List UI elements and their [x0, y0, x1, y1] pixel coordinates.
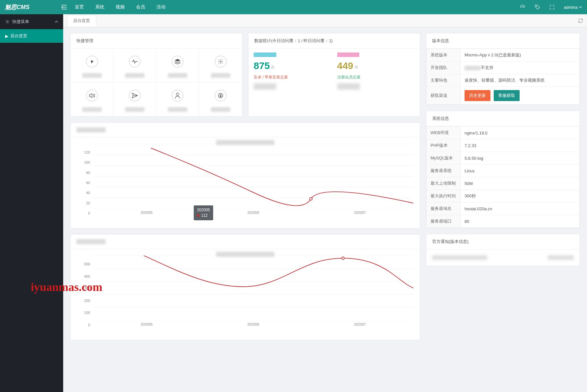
table-row: MySQL版本5.6.50-log — [427, 152, 580, 165]
chevron-down-icon — [579, 6, 582, 9]
fullscreen-icon[interactable] — [549, 5, 555, 10]
history-update-button[interactable]: 历史更新 — [465, 90, 490, 101]
chart-title-blur — [76, 239, 106, 244]
card-chart-2: 0100200300400500 202005202006202007 — [70, 234, 420, 340]
layers-icon — [172, 56, 183, 67]
card-quick-manage: 快捷管理 — [70, 33, 242, 117]
table-row: 最大执行时间300秒 — [427, 190, 580, 202]
card-chart-1: 020406080100120 202005202006202007 20200… — [70, 122, 420, 228]
stat-bar — [254, 52, 276, 57]
sidebar-group-quick[interactable]: 快捷菜单 — [0, 14, 63, 29]
card-title: 系统信息 — [426, 111, 580, 126]
table-row: 服务器端口80 — [427, 215, 580, 228]
stat-members: 449台 注册会员总量 — [337, 52, 415, 90]
stat-bar — [337, 52, 359, 57]
play-icon — [86, 56, 98, 67]
nav-activity[interactable]: 活动 — [156, 4, 166, 10]
quick-item-6[interactable] — [113, 83, 156, 116]
card-stats: 数据统计(今日访问量：1 / 昨日访问量：1) 875台 安卓 / 苹果安装总量… — [248, 33, 420, 117]
card-title: 版本信息 — [426, 33, 580, 49]
tab-dashboard[interactable]: 后台首页 — [67, 15, 96, 27]
quick-item-2[interactable] — [113, 49, 156, 83]
svg-point-2 — [220, 61, 222, 63]
table-row: PHP版本7.2.33 — [427, 139, 580, 152]
chart-plot — [93, 144, 413, 209]
chart-title-blur — [76, 127, 106, 133]
quick-item-3[interactable] — [156, 49, 199, 83]
chart-y-axis: 020406080100120 — [80, 150, 90, 215]
speaker-icon — [86, 90, 98, 101]
chart-x-axis: 202005202006202007 — [93, 322, 413, 326]
stat-installs: 875台 安卓 / 苹果安装总量 — [254, 52, 331, 90]
table-row: 最大上传限制50M — [427, 177, 580, 190]
user-icon — [172, 90, 183, 101]
sidebar: 快捷菜单 ▶ 后台首页 — [0, 14, 63, 392]
quick-item-1[interactable] — [71, 49, 113, 83]
quick-item-5[interactable] — [71, 83, 113, 116]
svg-point-12 — [310, 198, 312, 200]
play-marker-icon: ▶ — [5, 34, 8, 39]
table-row: 服务器系统Linux — [427, 165, 580, 177]
card-notice: 官方通知(版本信息) — [426, 234, 580, 266]
pulse-icon — [129, 56, 141, 67]
dashboard-icon[interactable] — [520, 4, 525, 10]
refresh-icon[interactable] — [578, 18, 583, 23]
username: admina — [564, 5, 578, 10]
nav-home[interactable]: 首页 — [75, 4, 84, 10]
chart-plot — [93, 256, 413, 320]
nav-member[interactable]: 会员 — [136, 4, 145, 10]
card-title: 数据统计(今日访问量：1 / 昨日访问量：1) — [248, 33, 420, 49]
tab-bar: 后台首页 — [63, 14, 587, 27]
chart-tooltip: 202005 112 — [194, 205, 213, 220]
yen-icon — [215, 90, 226, 101]
brand-logo: 魅思CMS — [5, 3, 62, 11]
user-menu[interactable]: admina — [564, 5, 582, 10]
card-title: 快捷管理 — [71, 33, 242, 49]
card-title: 官方通知(版本信息) — [426, 234, 580, 249]
chart-y-axis: 0100200300400500 — [80, 262, 90, 327]
topbar: 魅思CMS 首页 系统 视频 会员 活动 admina — [0, 0, 587, 14]
gear-icon — [5, 19, 10, 24]
svg-point-19 — [342, 257, 344, 259]
svg-point-3 — [176, 93, 179, 96]
notice-item[interactable] — [432, 254, 574, 261]
svg-point-0 — [536, 6, 537, 6]
customer-service-button[interactable]: 客服获取 — [494, 90, 520, 101]
card-sysinfo: 系统信息 WEB环境nginx/1.18.0PHP版本7.2.33MySQL版本… — [426, 111, 580, 228]
quick-item-8[interactable] — [199, 83, 242, 116]
send-icon — [129, 90, 141, 101]
tag-icon[interactable] — [535, 4, 540, 10]
quick-item-7[interactable] — [156, 83, 199, 116]
top-nav: 首页 系统 视频 会员 活动 — [75, 4, 166, 10]
chevron-up-icon — [55, 20, 58, 23]
card-version: 版本信息 系统版本Mscms-App v 2.0(已是最新版) 开发团队不支持 … — [426, 33, 580, 105]
chart-x-axis: 202005202006202007 — [93, 211, 413, 214]
main-area: 后台首页 快捷管理 — [63, 14, 587, 392]
nav-system[interactable]: 系统 — [95, 4, 104, 10]
gear-icon — [215, 56, 226, 67]
nav-video[interactable]: 视频 — [116, 4, 125, 10]
sidebar-item-dashboard[interactable]: ▶ 后台首页 — [0, 29, 63, 43]
menu-toggle-icon[interactable] — [62, 5, 67, 9]
svg-point-1 — [7, 21, 8, 22]
quick-item-4[interactable] — [199, 49, 242, 83]
table-row: 服务器域名houtai.020a.cn — [427, 202, 580, 215]
table-row: WEB环境nginx/1.18.0 — [427, 127, 580, 139]
